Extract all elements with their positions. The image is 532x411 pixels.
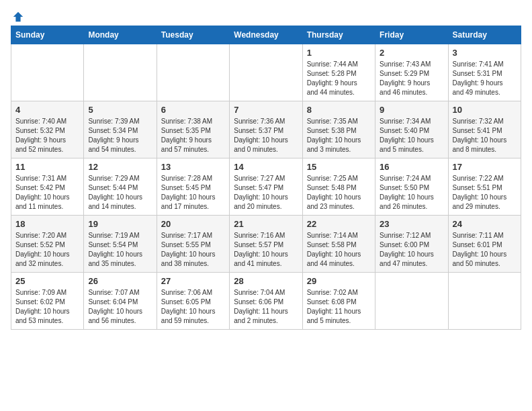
day-number: 26 [88,276,152,286]
calendar-cell [230,44,302,101]
day-number: 15 [307,162,371,172]
day-info: Sunrise: 7:29 AM Sunset: 5:44 PM Dayligh… [88,174,152,212]
calendar-header-row: SundayMondayTuesdayWednesdayThursdayFrid… [11,26,521,44]
day-number: 5 [88,105,152,115]
day-info: Sunrise: 7:14 AM Sunset: 5:58 PM Dayligh… [307,231,371,269]
day-info: Sunrise: 7:19 AM Sunset: 5:54 PM Dayligh… [88,231,152,269]
calendar-cell: 15Sunrise: 7:25 AM Sunset: 5:48 PM Dayli… [302,158,375,216]
day-number: 21 [234,219,298,229]
calendar-header-tuesday: Tuesday [157,26,229,44]
calendar-cell: 1Sunrise: 7:44 AM Sunset: 5:28 PM Daylig… [302,44,375,101]
logo [11,11,24,20]
calendar-cell: 5Sunrise: 7:39 AM Sunset: 5:34 PM Daylig… [84,101,157,158]
calendar-cell [84,44,157,101]
calendar-cell: 27Sunrise: 7:06 AM Sunset: 6:05 PM Dayli… [157,273,229,330]
day-number: 4 [15,105,79,115]
page-header [11,11,521,20]
calendar-cell: 14Sunrise: 7:27 AM Sunset: 5:47 PM Dayli… [230,158,302,216]
day-info: Sunrise: 7:27 AM Sunset: 5:47 PM Dayligh… [234,174,298,212]
day-number: 22 [307,219,371,229]
calendar-table: SundayMondayTuesdayWednesdayThursdayFrid… [11,26,521,330]
day-info: Sunrise: 7:16 AM Sunset: 5:57 PM Dayligh… [234,231,298,269]
day-info: Sunrise: 7:06 AM Sunset: 6:05 PM Dayligh… [161,288,225,326]
day-info: Sunrise: 7:12 AM Sunset: 6:00 PM Dayligh… [380,231,443,269]
day-info: Sunrise: 7:39 AM Sunset: 5:34 PM Dayligh… [88,117,152,154]
day-number: 17 [453,162,517,172]
calendar-cell [448,273,521,330]
calendar-cell: 3Sunrise: 7:41 AM Sunset: 5:31 PM Daylig… [448,44,521,101]
day-number: 25 [15,276,79,286]
day-info: Sunrise: 7:24 AM Sunset: 5:50 PM Dayligh… [380,174,443,212]
day-info: Sunrise: 7:09 AM Sunset: 6:02 PM Dayligh… [15,288,79,326]
day-number: 9 [380,105,443,115]
calendar-cell: 4Sunrise: 7:40 AM Sunset: 5:32 PM Daylig… [11,101,84,158]
calendar-cell: 28Sunrise: 7:04 AM Sunset: 6:06 PM Dayli… [230,273,302,330]
day-info: Sunrise: 7:43 AM Sunset: 5:29 PM Dayligh… [380,60,443,97]
calendar-cell: 24Sunrise: 7:11 AM Sunset: 6:01 PM Dayli… [448,216,521,273]
calendar-cell: 25Sunrise: 7:09 AM Sunset: 6:02 PM Dayli… [11,273,84,330]
day-number: 28 [234,276,298,286]
day-number: 24 [453,219,517,229]
day-info: Sunrise: 7:02 AM Sunset: 6:08 PM Dayligh… [307,288,371,326]
day-info: Sunrise: 7:25 AM Sunset: 5:48 PM Dayligh… [307,174,371,212]
calendar-cell: 12Sunrise: 7:29 AM Sunset: 5:44 PM Dayli… [84,158,157,216]
day-info: Sunrise: 7:40 AM Sunset: 5:32 PM Dayligh… [15,117,79,154]
day-number: 27 [161,276,225,286]
day-info: Sunrise: 7:31 AM Sunset: 5:42 PM Dayligh… [15,174,79,212]
day-number: 13 [161,162,225,172]
day-info: Sunrise: 7:28 AM Sunset: 5:45 PM Dayligh… [161,174,225,212]
day-number: 7 [234,105,298,115]
calendar-cell [11,44,84,101]
calendar-cell: 17Sunrise: 7:22 AM Sunset: 5:51 PM Dayli… [448,158,521,216]
day-info: Sunrise: 7:22 AM Sunset: 5:51 PM Dayligh… [453,174,517,212]
calendar-cell: 9Sunrise: 7:34 AM Sunset: 5:40 PM Daylig… [375,101,448,158]
calendar-cell: 11Sunrise: 7:31 AM Sunset: 5:42 PM Dayli… [11,158,84,216]
day-number: 8 [307,105,371,115]
day-number: 14 [234,162,298,172]
calendar-cell: 23Sunrise: 7:12 AM Sunset: 6:00 PM Dayli… [375,216,448,273]
day-number: 1 [307,48,371,58]
calendar-cell [375,273,448,330]
calendar-cell: 19Sunrise: 7:19 AM Sunset: 5:54 PM Dayli… [84,216,157,273]
logo-icon [12,11,24,23]
calendar-cell: 13Sunrise: 7:28 AM Sunset: 5:45 PM Dayli… [157,158,229,216]
svg-marker-0 [13,12,23,21]
calendar-header-saturday: Saturday [448,26,521,44]
calendar-header-friday: Friday [375,26,448,44]
calendar-cell: 10Sunrise: 7:32 AM Sunset: 5:41 PM Dayli… [448,101,521,158]
calendar-week-4: 18Sunrise: 7:20 AM Sunset: 5:52 PM Dayli… [11,216,521,273]
calendar-header-monday: Monday [84,26,157,44]
day-info: Sunrise: 7:44 AM Sunset: 5:28 PM Dayligh… [307,60,371,97]
day-info: Sunrise: 7:11 AM Sunset: 6:01 PM Dayligh… [453,231,517,269]
calendar-cell: 2Sunrise: 7:43 AM Sunset: 5:29 PM Daylig… [375,44,448,101]
calendar-header-wednesday: Wednesday [230,26,302,44]
day-info: Sunrise: 7:17 AM Sunset: 5:55 PM Dayligh… [161,231,225,269]
day-number: 19 [88,219,152,229]
calendar-cell [157,44,229,101]
calendar-cell: 29Sunrise: 7:02 AM Sunset: 6:08 PM Dayli… [302,273,375,330]
day-number: 23 [380,219,443,229]
day-info: Sunrise: 7:41 AM Sunset: 5:31 PM Dayligh… [453,60,517,97]
day-number: 6 [161,105,225,115]
calendar-header-thursday: Thursday [302,26,375,44]
day-info: Sunrise: 7:35 AM Sunset: 5:38 PM Dayligh… [307,117,371,154]
day-info: Sunrise: 7:34 AM Sunset: 5:40 PM Dayligh… [380,117,443,154]
day-number: 16 [380,162,443,172]
day-info: Sunrise: 7:04 AM Sunset: 6:06 PM Dayligh… [234,288,298,326]
day-number: 29 [307,276,371,286]
calendar-cell: 8Sunrise: 7:35 AM Sunset: 5:38 PM Daylig… [302,101,375,158]
calendar-week-2: 4Sunrise: 7:40 AM Sunset: 5:32 PM Daylig… [11,101,521,158]
calendar-cell: 21Sunrise: 7:16 AM Sunset: 5:57 PM Dayli… [230,216,302,273]
day-number: 12 [88,162,152,172]
day-number: 10 [453,105,517,115]
day-number: 3 [453,48,517,58]
calendar-week-1: 1Sunrise: 7:44 AM Sunset: 5:28 PM Daylig… [11,44,521,101]
calendar-cell: 16Sunrise: 7:24 AM Sunset: 5:50 PM Dayli… [375,158,448,216]
day-number: 2 [380,48,443,58]
day-info: Sunrise: 7:20 AM Sunset: 5:52 PM Dayligh… [15,231,79,269]
day-info: Sunrise: 7:07 AM Sunset: 6:04 PM Dayligh… [88,288,152,326]
calendar-cell: 26Sunrise: 7:07 AM Sunset: 6:04 PM Dayli… [84,273,157,330]
calendar-cell: 20Sunrise: 7:17 AM Sunset: 5:55 PM Dayli… [157,216,229,273]
calendar-cell: 18Sunrise: 7:20 AM Sunset: 5:52 PM Dayli… [11,216,84,273]
day-info: Sunrise: 7:32 AM Sunset: 5:41 PM Dayligh… [453,117,517,154]
